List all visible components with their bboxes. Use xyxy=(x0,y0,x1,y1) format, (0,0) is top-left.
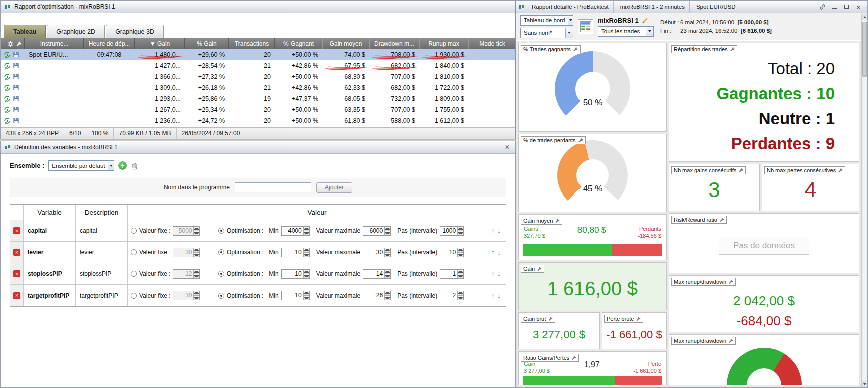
min-stepper[interactable]: 10 xyxy=(281,291,310,300)
link-icon[interactable] xyxy=(818,3,827,11)
column-header[interactable]: Transactions xyxy=(229,38,275,49)
fixed-value-stepper[interactable]: 12 xyxy=(173,269,200,279)
delete-variable-icon[interactable]: × xyxy=(13,292,20,299)
minimize-icon[interactable] xyxy=(830,3,839,11)
min-stepper[interactable]: 10 xyxy=(281,269,310,279)
result-row[interactable]: Spot EUR/U...09:47:081 480,0...+29,60 %2… xyxy=(1,49,515,60)
min-stepper[interactable]: 10 xyxy=(281,248,310,257)
optimisation-radio[interactable] xyxy=(218,228,224,234)
row-actions[interactable] xyxy=(1,93,25,104)
row-actions[interactable] xyxy=(1,115,25,126)
result-row[interactable]: 1 267,0...+25,34 %20+50,00 %63,35 $707,0… xyxy=(1,104,515,115)
spin-down-icon[interactable] xyxy=(458,295,463,300)
max-stepper[interactable]: 14 xyxy=(363,269,391,279)
save-icon[interactable] xyxy=(13,106,19,113)
result-row[interactable]: 1 236,0...+24,72 %20+50,00 %61,80 $588,0… xyxy=(1,115,515,126)
card-config-chip[interactable]: Répartition des trades xyxy=(671,45,737,53)
fixed-value-stepper[interactable]: 30 xyxy=(173,291,200,300)
step-stepper[interactable]: 1000 xyxy=(440,226,464,236)
spin-up-icon[interactable] xyxy=(385,248,390,252)
save-icon[interactable] xyxy=(13,95,19,102)
fixed-value-stepper[interactable]: 30 xyxy=(173,248,200,257)
spin-down-icon[interactable] xyxy=(385,231,390,235)
tab-graphique-2d[interactable]: Graphique 2D xyxy=(47,25,105,38)
program-name-input[interactable] xyxy=(235,182,311,192)
optimisation-radio[interactable] xyxy=(218,293,224,299)
row-actions[interactable] xyxy=(1,82,25,93)
row-actions[interactable] xyxy=(1,71,25,82)
wrench-icon[interactable] xyxy=(16,41,22,47)
spin-down-icon[interactable] xyxy=(304,252,309,257)
dashboard-select[interactable]: Tableau de bord xyxy=(520,15,573,26)
run-optimization-icon[interactable] xyxy=(4,62,11,69)
report-titlebar[interactable]: Rapport détaillé - ProBacktest mixRoBRSI… xyxy=(516,1,867,13)
spin-up-icon[interactable] xyxy=(458,248,463,252)
column-header[interactable]: Mode tick xyxy=(468,38,516,49)
fixed-value-radio[interactable] xyxy=(131,228,137,234)
card-config-chip[interactable]: % Trades gagnants xyxy=(521,45,581,53)
close-icon[interactable]: × xyxy=(503,143,512,152)
optimisation-radio[interactable] xyxy=(218,271,224,277)
card-config-chip[interactable]: Max runup/drawdown xyxy=(671,278,736,286)
run-optimization-icon[interactable] xyxy=(4,117,11,124)
card-config-chip[interactable]: Gain brut xyxy=(521,315,555,323)
result-row[interactable]: 1 309,0...+26,18 %21+42,86 %62,33 $682,0… xyxy=(1,82,515,93)
card-config-chip[interactable]: Nb max pertes consécutives xyxy=(764,166,845,174)
move-down-arrow[interactable]: ↓ xyxy=(497,292,501,300)
max-stepper[interactable]: 6000 xyxy=(363,226,391,236)
delete-variable-icon[interactable]: × xyxy=(13,227,20,234)
max-stepper[interactable]: 26 xyxy=(363,291,391,300)
edit-icon[interactable] xyxy=(642,17,648,24)
save-icon[interactable] xyxy=(13,73,19,80)
move-up-arrow[interactable]: ↑ xyxy=(491,248,495,256)
run-optimization-icon[interactable] xyxy=(4,73,11,80)
spin-up-icon[interactable] xyxy=(304,270,309,274)
ensemble-select[interactable]: Ensemble par défaut xyxy=(48,160,114,171)
save-icon[interactable] xyxy=(13,51,19,58)
add-variable-button[interactable]: Ajouter xyxy=(316,182,352,193)
card-config-chip[interactable]: % de trades perdants xyxy=(521,136,586,144)
spin-up-icon[interactable] xyxy=(194,270,199,274)
spin-down-icon[interactable] xyxy=(458,274,463,278)
spin-down-icon[interactable] xyxy=(194,252,199,257)
spin-down-icon[interactable] xyxy=(458,252,463,257)
spin-up-icon[interactable] xyxy=(194,227,199,231)
column-header[interactable]: ▼ Gain xyxy=(135,38,185,49)
fixed-value-stepper[interactable]: 5000 xyxy=(173,226,200,236)
fixed-value-radio[interactable] xyxy=(131,293,137,299)
variables-titlebar[interactable]: Définition des variables - mixRoBRSI 1 × xyxy=(1,141,515,154)
spin-down-icon[interactable] xyxy=(385,295,390,300)
card-config-chip[interactable]: Nb max gains consécutifs xyxy=(671,166,746,174)
spin-up-icon[interactable] xyxy=(385,270,390,274)
step-stepper[interactable]: 2 xyxy=(440,291,464,300)
spin-up-icon[interactable] xyxy=(385,227,390,231)
fixed-value-radio[interactable] xyxy=(131,249,137,255)
run-optimization-icon[interactable] xyxy=(4,84,11,91)
spin-up-icon[interactable] xyxy=(194,248,199,252)
card-config-chip[interactable]: Perte brute xyxy=(604,315,643,323)
spin-down-icon[interactable] xyxy=(194,274,199,278)
maximize-icon[interactable] xyxy=(842,3,851,11)
spin-up-icon[interactable] xyxy=(385,291,390,295)
spin-up-icon[interactable] xyxy=(458,291,463,295)
spin-down-icon[interactable] xyxy=(194,231,199,235)
row-actions[interactable] xyxy=(1,104,25,115)
header-tools-cell[interactable] xyxy=(1,38,25,49)
card-config-chip[interactable]: Ratio Gains/Pertes xyxy=(521,354,579,362)
trades-filter-select[interactable]: Tous les trades xyxy=(598,26,654,37)
optimization-titlebar[interactable]: Rapport d'optimisation - mixRoBRSI 1 xyxy=(1,1,515,13)
spin-down-icon[interactable] xyxy=(304,231,309,235)
column-header[interactable]: % Gain xyxy=(185,38,229,49)
row-actions[interactable] xyxy=(1,49,25,60)
result-row[interactable]: 1 293,0...+25,86 %19+47,37 %68,05 $732,0… xyxy=(1,93,515,104)
step-stepper[interactable]: 1 xyxy=(440,269,464,279)
layout-name-select[interactable]: Sans nom* xyxy=(520,28,573,38)
spin-up-icon[interactable] xyxy=(458,270,463,274)
move-up-arrow[interactable]: ↑ xyxy=(491,270,495,278)
result-row[interactable]: 1 366,0...+27,32 %20+50,00 %68,30 $707,0… xyxy=(1,71,515,82)
spin-up-icon[interactable] xyxy=(304,227,309,231)
tab-tableau[interactable]: Tableau xyxy=(4,25,46,38)
spin-down-icon[interactable] xyxy=(385,274,390,278)
column-header[interactable]: Heure de dép... xyxy=(84,38,135,49)
card-config-chip[interactable]: Gain moyen xyxy=(521,217,562,225)
